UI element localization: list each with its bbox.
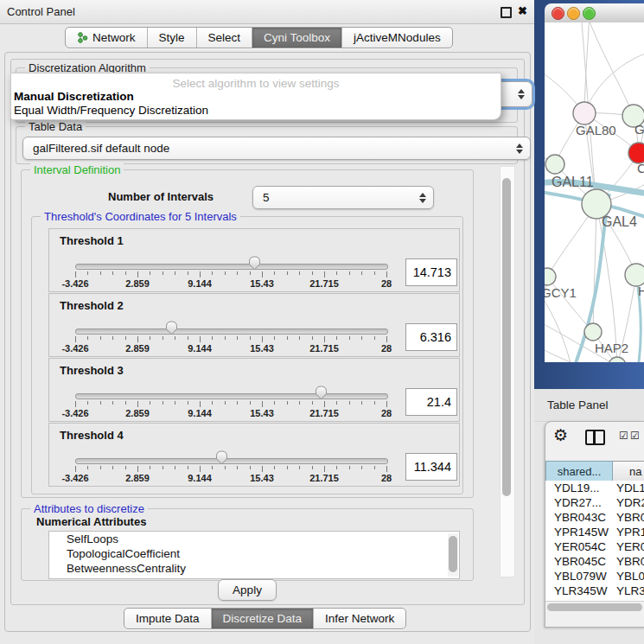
tab-select[interactable]: Select <box>196 28 252 48</box>
apply-button-label: Apply <box>233 583 262 596</box>
dropdown-option[interactable]: Equal Width/Frequency Discretization <box>11 104 501 118</box>
settings-scrollbar-thumb[interactable] <box>502 178 511 496</box>
tab-infer-network[interactable]: Infer Network <box>313 609 405 628</box>
network-edge[interactable] <box>586 22 634 116</box>
tab-cyni-toolbox[interactable]: Cyni Toolbox <box>252 28 341 48</box>
slider-track[interactable] <box>75 264 388 270</box>
slider-track[interactable] <box>75 393 388 399</box>
list-item[interactable]: BetweennessCentrality <box>49 561 459 576</box>
column-header[interactable]: na <box>613 461 644 482</box>
combobox-arrows-icon <box>518 89 525 99</box>
table-row[interactable]: YBR045CYBR0 <box>545 554 644 569</box>
network-window-titlebar[interactable] <box>545 3 644 23</box>
slider-ticks <box>75 466 386 473</box>
tick-mark <box>336 271 337 275</box>
table-row[interactable]: YPR145WYPR1 <box>545 525 644 539</box>
window-title: Control Panel <box>7 5 75 18</box>
dropdown-option[interactable]: Manual Discretization <box>11 90 501 104</box>
checkbox-icon[interactable]: ☑ <box>619 430 628 442</box>
tick-mark <box>299 466 300 469</box>
number-of-intervals-combobox[interactable]: 5 <box>252 186 434 209</box>
tab-network[interactable]: Network <box>66 28 147 48</box>
tick-mark <box>112 271 113 275</box>
tick-mark <box>349 271 350 275</box>
table-row[interactable]: YDL19...YDL1 <box>545 481 644 495</box>
attributes-scrollbar[interactable] <box>448 533 458 577</box>
minimize-traffic-light-icon[interactable] <box>567 7 580 20</box>
table-header-row: shared...na <box>545 461 644 481</box>
slider-thumb[interactable] <box>165 321 178 335</box>
attributes-scrollbar-thumb[interactable] <box>449 536 457 572</box>
tick-mark <box>125 466 126 469</box>
slider-thumb[interactable] <box>248 256 261 271</box>
threshold-panel: Threshold 4-3.4262.8599.14415.4321.71528 <box>48 423 460 487</box>
threshold-value-field[interactable] <box>405 388 457 416</box>
network-node[interactable] <box>545 268 556 285</box>
network-node[interactable] <box>573 102 596 124</box>
split-columns-icon[interactable] <box>585 430 605 445</box>
list-item[interactable]: SelfLoops <box>49 532 459 546</box>
tick-mark <box>262 271 263 277</box>
table-row[interactable]: YBR043CYBR0 <box>545 510 644 525</box>
tab-jactivemnodules[interactable]: jActiveMNodules <box>341 28 452 48</box>
table-cell: YBR043C <box>545 510 616 525</box>
tick-mark <box>212 401 213 405</box>
checkbox-icon[interactable]: ☑ <box>630 430 640 442</box>
gear-icon[interactable]: ⚙ <box>553 425 568 445</box>
network-edge[interactable] <box>593 204 596 332</box>
node-label: GAL80 <box>576 123 616 137</box>
network-canvas[interactable]: GAL80GACGAL11GAL4GCY1HHAP2 <box>545 22 644 362</box>
number-of-intervals-label: Number of Intervals <box>108 190 214 203</box>
tick-mark <box>250 336 251 340</box>
tick-mark <box>237 466 238 469</box>
slider-track[interactable] <box>75 458 388 464</box>
column-header[interactable]: shared... <box>545 461 613 482</box>
table-row[interactable]: YER054CYER0 <box>545 539 644 554</box>
tab-style[interactable]: Style <box>147 28 196 48</box>
table-data-combobox[interactable]: galFiltered.sif default node <box>22 137 531 160</box>
table-cell: YDR2 <box>616 495 644 510</box>
table-row[interactable]: YBL079WYBL0 <box>545 569 644 583</box>
network-edge[interactable] <box>639 54 644 153</box>
tick-mark <box>212 466 213 469</box>
tab-label: Cyni Toolbox <box>264 31 330 44</box>
slider-track[interactable] <box>75 328 388 335</box>
network-node[interactable] <box>545 155 564 174</box>
table-row[interactable]: YDR27...YDR2 <box>545 495 644 510</box>
slider-thumb[interactable] <box>315 386 328 400</box>
tick-mark <box>287 466 288 469</box>
tick-mark <box>188 271 188 275</box>
attributes-group-label: Attributes to discretize <box>30 502 148 515</box>
slider-ticks <box>75 401 386 408</box>
tick-mark <box>137 401 138 407</box>
tick-mark <box>150 401 150 405</box>
table-row[interactable]: YLR345WYLR3 <box>545 583 644 598</box>
slider-thumb[interactable] <box>215 450 228 465</box>
tick-label: 15.43 <box>250 343 274 354</box>
float-window-icon[interactable] <box>501 7 512 18</box>
table-horizontal-scrollbar[interactable] <box>545 601 644 613</box>
tick-label: 9.144 <box>188 343 212 354</box>
apply-button[interactable]: Apply <box>218 579 277 601</box>
table-cell: YPR145W <box>545 525 616 539</box>
network-node[interactable] <box>584 323 602 341</box>
numerical-attributes-list[interactable]: SelfLoopsTopologicalCoefficientBetweenne… <box>48 531 460 579</box>
list-item[interactable]: TopologicalCoefficient <box>49 546 459 561</box>
threshold-value-field[interactable] <box>405 453 457 481</box>
tick-mark <box>112 466 113 469</box>
threshold-value-field[interactable] <box>405 323 457 351</box>
tick-label: 28 <box>381 278 392 289</box>
tab-impute-data[interactable]: Impute Data <box>124 609 211 628</box>
threshold-value-field[interactable] <box>405 258 457 286</box>
settings-scrollbar[interactable] <box>500 166 515 577</box>
zoom-traffic-light-icon[interactable] <box>583 7 596 20</box>
close-traffic-light-icon[interactable] <box>552 7 564 20</box>
network-edge[interactable] <box>584 52 644 113</box>
tick-label: 21.715 <box>309 278 339 289</box>
tick-mark <box>188 401 188 405</box>
close-icon[interactable]: ✖ <box>518 4 527 17</box>
tab-discretize-data[interactable]: Discretize Data <box>211 609 314 628</box>
tick-mark <box>299 271 300 275</box>
tick-mark <box>175 336 175 340</box>
table-hscrollbar-thumb[interactable] <box>547 603 642 611</box>
